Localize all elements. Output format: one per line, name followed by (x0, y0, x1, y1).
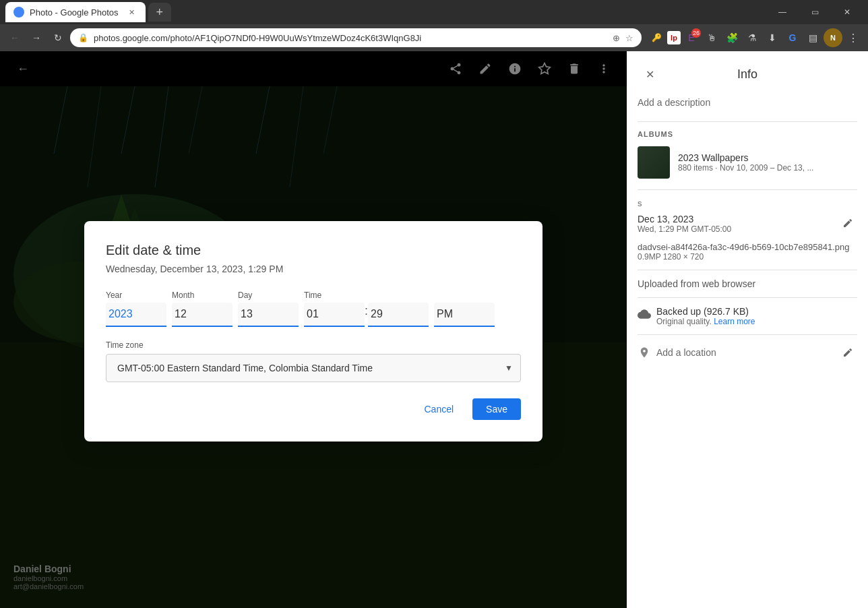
chrome-menu[interactable]: ⋮ (844, 28, 863, 47)
info-panel: ✕ Info Add a description ALBUMS 2023 Wal… (627, 51, 868, 608)
divider-3 (638, 270, 857, 270)
close-button[interactable]: ✕ (832, 1, 863, 23)
album-meta: 880 items · Nov 10, 2009 – Dec 13, ... (678, 163, 857, 173)
albums-section: ALBUMS 2023 Wallpapers 880 items · Nov 1… (638, 130, 857, 179)
date-edit-button[interactable] (838, 214, 857, 233)
photo-area: ← (0, 51, 627, 608)
backup-label: Backed up (926.7 KB) (656, 306, 755, 317)
time-hours-input[interactable] (304, 303, 365, 327)
extension-puzzle[interactable]: 🧩 (722, 28, 741, 47)
extension-notification[interactable]: E 26 (682, 28, 701, 47)
filename-text: dadvsei-a84f426a-fa3c-49d6-b569-10cb7e89… (638, 242, 857, 252)
location-edit-button[interactable] (838, 343, 857, 362)
date-text: Dec 13, 2023 (638, 214, 833, 224)
time-field-group: Time : (304, 291, 429, 327)
upload-source: Uploaded from web browser (638, 278, 857, 289)
dialog-overlay: Edit date & time Wednesday, December 13,… (0, 51, 627, 608)
day-input[interactable] (238, 303, 299, 327)
ampm-label (434, 291, 495, 300)
divider-4 (638, 297, 857, 298)
cloud-icon (638, 307, 651, 321)
info-close-button[interactable]: ✕ (638, 62, 662, 86)
album-info: 2023 Wallpapers 880 items · Nov 10, 2009… (678, 152, 857, 173)
back-nav-button[interactable]: ← (5, 28, 24, 47)
profile-icon[interactable]: N (824, 28, 842, 47)
extension-test[interactable]: ⚗ (743, 28, 762, 47)
refresh-button[interactable]: ↻ (49, 28, 67, 47)
extension-download[interactable]: ⬇ (763, 28, 782, 47)
truncated-label: s (638, 198, 857, 208)
extension-dark[interactable]: 🖱 (702, 28, 721, 47)
date-time-text: Wed, 1:29 PM GMT-05:00 (638, 224, 833, 234)
add-description-button[interactable]: Add a description (638, 97, 857, 108)
albums-label: ALBUMS (638, 130, 857, 138)
tab-close-button[interactable]: ✕ (127, 7, 137, 18)
maximize-button[interactable]: ▭ (799, 1, 830, 23)
ampm-input[interactable] (434, 303, 495, 327)
dialog-actions: Cancel Save (106, 398, 521, 420)
album-thumbnail (638, 146, 670, 179)
forward-nav-button[interactable]: → (27, 28, 46, 47)
title-bar: Photo - Google Photos ✕ + — ▭ ✕ (0, 0, 868, 24)
month-input[interactable] (172, 303, 232, 327)
edit-date-dialog: Edit date & time Wednesday, December 13,… (84, 221, 542, 442)
month-label: Month (172, 291, 232, 300)
timezone-label: Time zone (106, 340, 521, 350)
new-tab-icon: + (156, 5, 164, 20)
new-tab-button[interactable]: + (148, 3, 172, 22)
year-label: Year (106, 291, 166, 300)
location-icon (638, 346, 651, 359)
active-tab[interactable]: Photo - Google Photos ✕ (5, 2, 146, 22)
date-info: Dec 13, 2023 Wed, 1:29 PM GMT-05:00 (638, 214, 857, 234)
address-text: photos.google.com/photo/AF1QipO7NDf0-H9W… (94, 33, 607, 43)
info-title: Info (737, 67, 757, 82)
save-button[interactable]: Save (472, 398, 521, 420)
divider-1 (638, 121, 857, 122)
time-label: Time (304, 291, 429, 300)
address-bar[interactable]: 🔒 photos.google.com/photo/AF1QipO7NDf0-H… (70, 28, 642, 47)
year-field-group: Year (106, 291, 166, 327)
add-location-button[interactable]: Add a location (656, 347, 716, 358)
browser-toolbar: ← → ↻ 🔒 photos.google.com/photo/AF1QipO7… (0, 24, 868, 51)
extension-sidebar[interactable]: ▤ (803, 28, 822, 47)
filename-section: dadvsei-a84f426a-fa3c-49d6-b569-10cb7e89… (638, 242, 857, 262)
toolbar-extensions: 🔑 lp E 26 🖱 🧩 ⚗ ⬇ G ▤ N ⋮ (647, 28, 863, 47)
extension-lastpass[interactable]: lp (667, 31, 681, 44)
window-controls: — ▭ ✕ (767, 1, 863, 23)
cancel-button[interactable]: Cancel (410, 398, 467, 420)
extension-google[interactable]: G (783, 28, 802, 47)
timezone-wrapper: GMT-05:00 Eastern Standard Time, Colombi… (106, 354, 521, 382)
album-name[interactable]: 2023 Wallpapers (678, 152, 857, 163)
tab-title: Photo - Google Photos (30, 7, 119, 18)
extension-1passkey[interactable]: 🔑 (647, 28, 666, 47)
ampm-field-group (434, 291, 495, 327)
tab-favicon (13, 7, 24, 18)
divider-5 (638, 334, 857, 335)
year-input[interactable] (106, 303, 166, 327)
info-header: ✕ Info (638, 62, 857, 86)
backup-quality-text: Original quality. (656, 317, 712, 326)
minimize-button[interactable]: — (767, 1, 798, 23)
location-section: Add a location (638, 343, 857, 362)
month-field-group: Month (172, 291, 232, 327)
time-minutes-input[interactable] (368, 303, 429, 327)
album-item: 2023 Wallpapers 880 items · Nov 10, 2009… (638, 146, 857, 179)
learn-more-link[interactable]: Learn more (714, 317, 755, 326)
backup-info: Backed up (926.7 KB) Original quality. L… (656, 306, 755, 326)
day-field-group: Day (238, 291, 299, 327)
timezone-group: Time zone GMT-05:00 Eastern Standard Tim… (106, 340, 521, 382)
backup-quality: Original quality. Learn more (656, 317, 755, 326)
backup-section: Backed up (926.7 KB) Original quality. L… (638, 306, 857, 326)
divider-2 (638, 189, 857, 190)
timezone-select[interactable]: GMT-05:00 Eastern Standard Time, Colombi… (106, 354, 521, 382)
dialog-title: Edit date & time (106, 243, 521, 258)
date-fields-row: Year Month Day Time (106, 291, 521, 327)
file-dimensions: 0.9MP 1280 × 720 (638, 252, 857, 262)
main-layout: ← (0, 51, 868, 608)
dialog-subtitle: Wednesday, December 13, 2023, 1:29 PM (106, 264, 521, 274)
day-label: Day (238, 291, 299, 300)
